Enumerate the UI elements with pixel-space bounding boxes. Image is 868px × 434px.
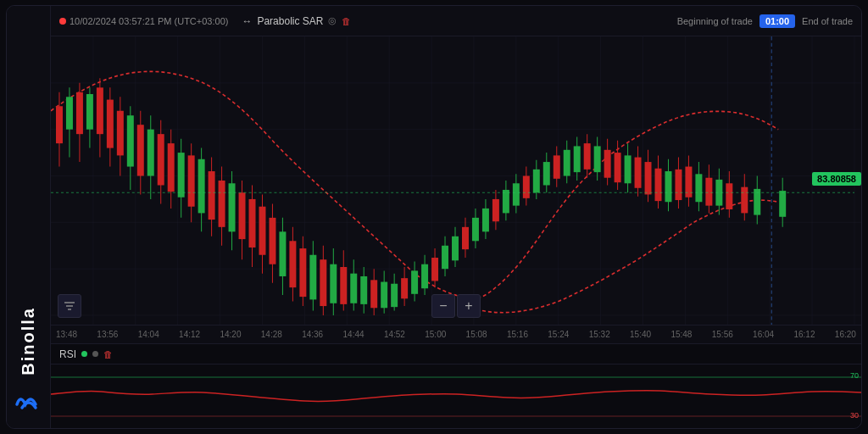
filter-button[interactable] — [58, 294, 81, 318]
svg-rect-33 — [86, 94, 93, 130]
zoom-in-button[interactable]: + — [457, 294, 481, 318]
time-label-17: 16:04 — [753, 330, 774, 339]
rsi-svg — [51, 364, 861, 429]
svg-rect-127 — [564, 150, 570, 176]
time-label-1: 13:56 — [97, 330, 118, 339]
svg-rect-61 — [229, 183, 236, 231]
datetime-badge: 10/02/2024 03:57:21 PM (UTC+03:00) — [59, 16, 228, 26]
recording-dot — [59, 18, 66, 25]
rsi-header: RSI 🗑 — [51, 344, 861, 364]
svg-rect-81 — [330, 264, 337, 303]
time-label-12: 15:24 — [548, 330, 569, 339]
svg-rect-85 — [350, 274, 357, 303]
svg-rect-57 — [209, 171, 215, 220]
svg-rect-115 — [503, 190, 509, 213]
svg-rect-147 — [665, 171, 671, 202]
trade-controls: Beginning of trade 01:00 End of trade — [677, 6, 853, 36]
trash-icon[interactable]: 🗑 — [342, 16, 351, 26]
zoom-out-button[interactable]: − — [431, 294, 455, 318]
time-label-16: 15:56 — [712, 330, 733, 339]
svg-rect-87 — [360, 276, 367, 304]
time-label-14: 15:40 — [630, 330, 651, 339]
time-label-8: 14:52 — [384, 330, 405, 339]
brand-text: Binolla — [19, 307, 38, 376]
svg-rect-95 — [401, 278, 408, 298]
svg-rect-113 — [492, 199, 499, 221]
main-chart: 83.80858 − + — [51, 36, 861, 325]
time-label-18: 16:12 — [793, 330, 815, 339]
datetime-text: 10/02/2024 03:57:21 PM (UTC+03:00) — [70, 16, 228, 26]
svg-rect-77 — [309, 255, 316, 300]
svg-rect-121 — [533, 170, 540, 192]
chart-area: 10/02/2024 03:57:21 PM (UTC+03:00) ↔ Par… — [51, 6, 861, 428]
svg-rect-117 — [513, 183, 520, 205]
chart-svg — [51, 36, 861, 325]
svg-rect-27 — [56, 106, 63, 143]
price-label: 83.80858 — [812, 172, 861, 186]
svg-rect-41 — [127, 115, 134, 166]
time-label-15: 15:48 — [670, 330, 692, 339]
svg-rect-103 — [442, 246, 448, 269]
rsi-chart: 70 30 — [51, 364, 861, 429]
svg-rect-43 — [137, 125, 144, 175]
time-label-6: 14:36 — [302, 330, 323, 339]
svg-rect-69 — [269, 218, 275, 264]
svg-rect-141 — [635, 158, 642, 188]
time-label-3: 14:12 — [179, 330, 200, 339]
svg-rect-129 — [574, 146, 581, 172]
trade-time-badge[interactable]: 01:00 — [760, 14, 795, 28]
time-label-13: 15:32 — [589, 330, 610, 339]
svg-rect-153 — [695, 174, 702, 202]
time-label-5: 14:28 — [261, 330, 282, 339]
candle-group-7 — [645, 150, 787, 227]
time-label-11: 15:16 — [507, 330, 528, 339]
svg-rect-135 — [604, 150, 611, 178]
svg-rect-165 — [779, 191, 786, 217]
time-labels: 13:48 13:56 14:04 14:12 14:20 14:28 14:3… — [54, 330, 858, 339]
svg-rect-35 — [97, 87, 103, 134]
svg-rect-155 — [705, 178, 712, 206]
time-label-4: 14:20 — [220, 330, 241, 339]
svg-rect-73 — [289, 241, 296, 287]
time-label-7: 14:44 — [343, 330, 364, 339]
svg-rect-109 — [472, 218, 479, 241]
candle-group-4 — [360, 248, 438, 315]
svg-rect-79 — [320, 259, 326, 306]
svg-rect-139 — [625, 155, 632, 183]
indicator-name: Parabolic SAR — [257, 15, 323, 27]
time-label-19: 16:20 — [835, 330, 856, 339]
svg-rect-137 — [615, 153, 621, 182]
end-of-trade-label: End of trade — [802, 16, 853, 26]
svg-rect-99 — [421, 264, 428, 289]
svg-rect-45 — [147, 130, 154, 176]
svg-rect-63 — [239, 192, 246, 239]
indicator-icon: ↔ — [242, 15, 252, 27]
sidebar: Binolla — [7, 6, 51, 428]
svg-rect-159 — [726, 183, 732, 209]
rsi-label: RSI — [59, 348, 76, 360]
rsi-dot-gray — [92, 351, 98, 357]
svg-rect-53 — [188, 155, 195, 206]
svg-rect-65 — [249, 199, 256, 248]
svg-rect-149 — [675, 170, 682, 200]
svg-rect-143 — [645, 162, 652, 194]
svg-rect-37 — [107, 100, 114, 148]
rsi-level-30: 30 — [850, 411, 861, 420]
svg-rect-93 — [391, 284, 398, 307]
svg-rect-71 — [279, 231, 286, 276]
svg-rect-47 — [158, 134, 164, 185]
time-label-0: 13:48 — [56, 330, 77, 339]
svg-rect-89 — [370, 280, 377, 308]
rsi-trash-icon[interactable]: 🗑 — [103, 349, 113, 359]
svg-rect-49 — [168, 143, 175, 192]
svg-rect-105 — [452, 236, 459, 261]
time-label-2: 14:04 — [138, 330, 159, 339]
svg-rect-83 — [340, 267, 347, 304]
svg-rect-123 — [543, 162, 550, 185]
svg-rect-67 — [259, 207, 265, 255]
svg-rect-107 — [462, 227, 469, 249]
rsi-level-70: 70 — [850, 371, 861, 380]
svg-rect-131 — [584, 143, 591, 170]
svg-rect-59 — [219, 181, 225, 227]
eye-icon[interactable]: ◎ — [328, 15, 337, 26]
